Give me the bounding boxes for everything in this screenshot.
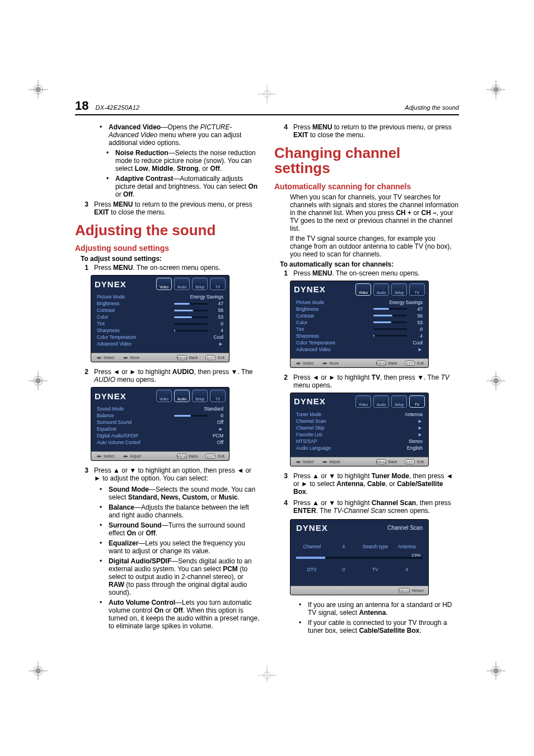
crop-mark-icon (256, 83, 278, 105)
left-column: Advanced Video—Opens the PICTURE-Advance… (75, 123, 260, 637)
paragraph: If the TV signal source changes, for exa… (290, 235, 459, 258)
osd-row: Contrast56 (296, 312, 423, 319)
text-bold: Strong (177, 165, 199, 172)
text: , (363, 480, 367, 488)
osd-tab: Audio (373, 283, 389, 296)
text-bold: Off (123, 190, 133, 198)
text-bold: MENU (113, 264, 133, 272)
text: Press ▲ or ▼ to highlight (293, 499, 372, 507)
text-bold: On (249, 183, 258, 190)
osd-footer-select: ◄► Select (96, 356, 114, 360)
text-bold: MENU (312, 123, 332, 131)
text: . (133, 190, 134, 198)
list-item: Balance—Adjusts the balance between the … (100, 503, 260, 519)
osd-tab: Video (156, 390, 172, 402)
progress-bar (296, 557, 423, 559)
osd-footer-back: MENUBack (376, 459, 397, 464)
osd-footer-move: ◄► Move (321, 361, 339, 365)
list-item: Sound Mode—Selects the sound mode. You c… (100, 486, 260, 501)
osd-row: Favorite List► (296, 431, 423, 438)
text: , or (386, 480, 397, 488)
osd-tab: TV (409, 395, 425, 408)
text-bold: CH – (421, 209, 436, 217)
text: . The (316, 507, 333, 515)
crop-mark-icon (27, 660, 49, 682)
osd-tab: Audio (174, 278, 190, 290)
step-3: 3 Press ▲ or ▼ to highlight Tuner Mode, … (280, 472, 459, 496)
text-bold: Low (135, 165, 148, 172)
text: —Opens the (161, 123, 200, 131)
osd-screenshot-channel-scan: DYNEX Channel Scan Channel 4 Search type… (290, 519, 429, 595)
scan-cell: DTV (296, 567, 328, 572)
osd-row: Sharpness4 (97, 327, 223, 334)
osd-tab: Setup (192, 278, 208, 290)
osd-row: Color53 (97, 314, 223, 320)
osd-tab: TV (409, 283, 425, 296)
step-number: 2 (81, 368, 88, 384)
osd-row: Balance0 (97, 412, 223, 419)
text-bold: Off (173, 606, 182, 614)
text: . (419, 627, 421, 634)
text-italic: AUDIO (94, 376, 115, 384)
text: Press ▲ or ▼ to highlight (293, 472, 372, 480)
step-number: 3 (81, 466, 88, 482)
osd-screenshot-audio: DYNEXVideoAudioSetupTVSound ModeStandard… (91, 387, 229, 461)
osd-row: Brightness47 (97, 300, 223, 307)
text-bold: Off (146, 529, 155, 537)
scan-cell: 0 (328, 567, 360, 572)
text: . (156, 529, 157, 537)
osd-footer-back: MENUBack (376, 361, 397, 366)
heading-channel-settings: Changing channel settings (274, 146, 459, 176)
menu-button-icon: MENU (399, 588, 410, 593)
step-number: 1 (280, 269, 288, 277)
text-bold: TV (372, 374, 380, 381)
text-bold: Auto Volume Control (109, 599, 175, 606)
osd-row: Color TemperatureCool (97, 334, 223, 340)
osd-row: Advanced Video► (296, 346, 423, 353)
text: or (411, 209, 421, 217)
text: . (220, 165, 222, 172)
crop-mark-icon (256, 664, 278, 682)
osd-footer-select: ◄► Select (295, 361, 313, 365)
osd-row: Audio LanguageEnglish (296, 445, 423, 451)
text: . (306, 488, 308, 496)
osd-tab: Video (156, 278, 172, 290)
step-1: 1 Press MENU. The on-screen menu opens. (81, 264, 260, 272)
brand-logo: DYNEX (294, 284, 326, 294)
osd-footer-exit: EXITExit (205, 355, 224, 360)
text: menu opens. (115, 376, 156, 384)
crop-mark-icon (27, 78, 49, 101)
text-bold: Surround Sound (109, 521, 162, 529)
text-bold: Antenna (336, 480, 363, 488)
text-bold: MENU (312, 269, 332, 277)
scan-row: DTV 0 TV 4 (296, 563, 423, 576)
osd-row: Surround SoundOff (97, 419, 223, 426)
osd-row: Channel Skip► (296, 424, 423, 431)
brand-logo: DYNEX (294, 396, 326, 406)
text-bold: EXIT (293, 131, 308, 139)
osd-row: Color TemperatureCool (296, 339, 423, 346)
text-bold: Balance (109, 503, 134, 511)
text-bold: Off (210, 165, 219, 172)
osd-tab: Audio (373, 395, 389, 408)
osd-row: Digital Audio/SPDIFPCM (97, 432, 223, 439)
text: or (163, 606, 173, 614)
osd-footer-select: ◄► Select (96, 454, 114, 458)
text: , then press (416, 499, 451, 507)
text-bold: Sound Mode (109, 486, 149, 493)
text-bold: On (127, 529, 136, 537)
text-bold: Standard, News, Custom, (128, 493, 209, 501)
text: to close the menu. (308, 131, 365, 139)
osd-tab: Setup (391, 283, 407, 296)
scan-cell: TV (359, 567, 391, 572)
osd-row: Tint0 (97, 320, 223, 327)
osd-row: Sharpness4 (296, 333, 423, 339)
text: . The on-screen menu opens. (133, 264, 221, 272)
step-number: 4 (280, 499, 288, 515)
osd-tab: Setup (391, 395, 407, 408)
text-bold: EXIT (94, 208, 109, 216)
brand-logo: DYNEX (95, 279, 127, 289)
text: . The on-screen menu opens. (332, 269, 420, 277)
text: Press (94, 200, 113, 208)
osd-footer-move: ◄► Adjust (321, 460, 340, 464)
